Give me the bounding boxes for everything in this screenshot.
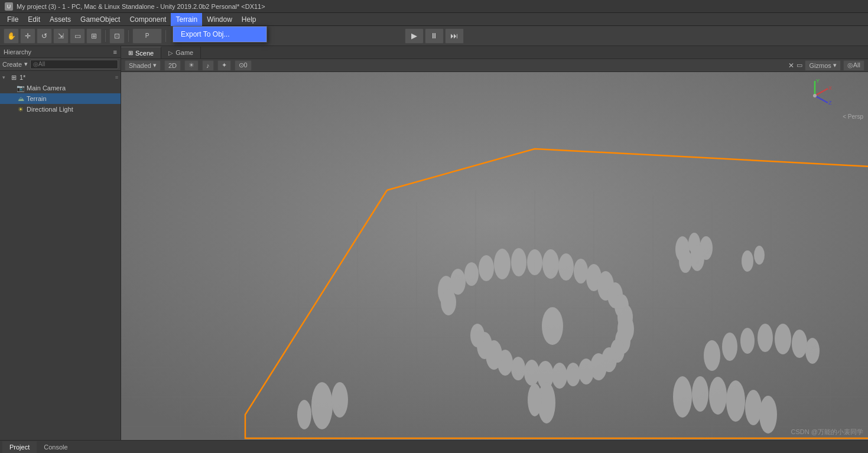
hierarchy-tree: ▾ ⊞ 1* ≡ 📷 Main Camera ⛰ Terrain ☀ Di: [0, 71, 121, 440]
tab-scene[interactable]: ⊞ Scene: [121, 47, 161, 58]
svg-text:Z: Z: [828, 100, 832, 106]
menu-gameobject[interactable]: GameObject: [76, 13, 125, 26]
svg-point-65: [528, 383, 542, 416]
svg-point-72: [726, 380, 745, 422]
svg-point-42: [524, 360, 539, 386]
pause-button[interactable]: ⏸: [425, 28, 444, 44]
scene-search[interactable]: ◎All: [843, 60, 864, 71]
svg-point-74: [759, 396, 777, 434]
svg-point-25: [542, 249, 559, 279]
svg-point-19: [450, 269, 466, 295]
terrain-icon: ⛰: [17, 94, 25, 103]
create-label[interactable]: Create: [2, 61, 22, 68]
shading-dropdown[interactable]: Shaded ▾: [125, 60, 161, 71]
rect-tool-btn[interactable]: ▭: [70, 28, 85, 44]
custom-tool-btn[interactable]: ⊡: [109, 28, 125, 44]
bottom-bar: Project Console: [0, 440, 868, 453]
svg-point-26: [558, 253, 574, 281]
svg-point-54: [679, 249, 692, 273]
game-tab-label: Game: [175, 49, 193, 56]
svg-point-22: [494, 249, 511, 279]
svg-point-60: [758, 324, 773, 352]
svg-point-58: [722, 333, 737, 361]
svg-point-62: [792, 330, 807, 358]
terrain-svg: [121, 72, 868, 440]
hierarchy-options-icon[interactable]: ≡: [113, 48, 117, 56]
svg-point-68: [297, 400, 311, 429]
toolbar-sep-2: [128, 30, 129, 42]
hand-tool-btn[interactable]: ✋: [4, 28, 19, 44]
move-tool-btn[interactable]: ✛: [20, 28, 35, 44]
gizmo-widget: Y X Z: [797, 78, 833, 113]
title-text: My project (3) - 1 - PC, Mac & Linux Sta…: [17, 3, 265, 10]
transform-tools-icon: ✕: [788, 61, 794, 70]
svg-point-56: [754, 246, 765, 265]
terrain-scene: Y X Z < Persp: [121, 72, 868, 440]
overlay-toggle[interactable]: ⊙0: [235, 60, 252, 71]
scene-tab-label: Scene: [135, 50, 154, 57]
hierarchy-terrain-item[interactable]: ⛰ Terrain: [0, 93, 121, 104]
hierarchy-search-input[interactable]: [30, 60, 118, 69]
menu-file[interactable]: File: [2, 13, 23, 26]
scene-tab-icon: ⊞: [128, 50, 133, 56]
scale-tool-btn[interactable]: ⇲: [53, 28, 69, 44]
toolbar-sep-3: [165, 30, 166, 42]
svg-point-66: [311, 382, 333, 429]
main-toolbar: ✋ ✛ ↺ ⇲ ▭ ⊞ ⊡ P ▶ ⏸ ⏭: [0, 26, 868, 46]
gizmo-toolbar: ✕ ▭ Gizmos ▾ ◎All: [788, 60, 864, 71]
transform-tool-btn[interactable]: ⊞: [86, 28, 102, 44]
pivot-toggle-btn[interactable]: P: [132, 28, 162, 44]
svg-point-47: [470, 324, 485, 347]
menu-assets[interactable]: Assets: [45, 13, 76, 26]
light-label: Directional Light: [27, 106, 73, 113]
menu-bar: File Edit Assets GameObject Component Te…: [0, 13, 868, 26]
audio-toggle[interactable]: ♪: [202, 60, 214, 71]
scene-arrow: ▾: [2, 74, 9, 80]
scene-search-placeholder: ◎All: [847, 61, 860, 69]
scene-icon: ⊞: [9, 73, 18, 82]
menu-terrain[interactable]: Terrain: [171, 13, 202, 26]
svg-point-23: [511, 248, 526, 276]
tab-console[interactable]: Console: [37, 441, 74, 453]
scene-viewport[interactable]: Y X Z < Persp: [121, 72, 868, 440]
svg-point-39: [566, 363, 580, 386]
hierarchy-create-bar: Create ▾: [0, 58, 121, 71]
terrain-dropdown: Export To Obj...: [173, 26, 267, 43]
gizmos-label: Gizmos: [809, 62, 831, 69]
watermark: CSDN @万能的小裴同学: [791, 428, 863, 436]
hierarchy-scene-item[interactable]: ▾ ⊞ 1* ≡: [0, 72, 121, 83]
menu-window[interactable]: Window: [202, 13, 237, 26]
hierarchy-header: Hierarchy ≡: [0, 46, 121, 58]
svg-point-71: [709, 377, 727, 415]
export-to-obj-item[interactable]: Export To Obj...: [173, 27, 266, 42]
svg-point-63: [805, 338, 820, 364]
hierarchy-camera-item[interactable]: 📷 Main Camera: [0, 83, 121, 93]
scene-area: ⊞ Scene ▷ Game Shaded ▾ 2D ☀ ♪ ✦ ⊙0 ✕ ▭: [121, 46, 868, 440]
step-button[interactable]: ⏭: [445, 28, 464, 44]
scene-menu-icon[interactable]: ≡: [115, 74, 118, 80]
rotate-tool-btn[interactable]: ↺: [37, 28, 52, 44]
menu-component[interactable]: Component: [125, 13, 171, 26]
menu-help[interactable]: Help: [237, 13, 261, 26]
lighting-toggle[interactable]: ☀: [184, 60, 199, 71]
hierarchy-light-item[interactable]: ☀ Directional Light: [0, 104, 121, 115]
svg-point-55: [742, 250, 753, 272]
svg-point-40: [552, 363, 567, 389]
tab-game[interactable]: ▷ Game: [161, 47, 201, 58]
svg-point-70: [692, 376, 708, 412]
menu-edit[interactable]: Edit: [23, 13, 45, 26]
tab-project[interactable]: Project: [2, 441, 37, 453]
effects-toggle[interactable]: ✦: [217, 60, 231, 71]
gizmo-svg: Y X Z: [797, 78, 833, 113]
game-tab-icon: ▷: [168, 50, 173, 56]
2d-toggle[interactable]: 2D: [164, 60, 181, 71]
svg-point-59: [740, 328, 755, 354]
gizmos-dropdown[interactable]: Gizmos ▾: [805, 60, 840, 71]
light-icon: ☀: [17, 105, 25, 113]
play-button[interactable]: ▶: [405, 28, 424, 44]
svg-point-49: [542, 307, 563, 345]
svg-point-38: [578, 359, 594, 384]
unity-logo: U: [5, 2, 13, 11]
create-dropdown-icon[interactable]: ▾: [24, 60, 28, 68]
terrain-label: Terrain: [27, 95, 47, 102]
